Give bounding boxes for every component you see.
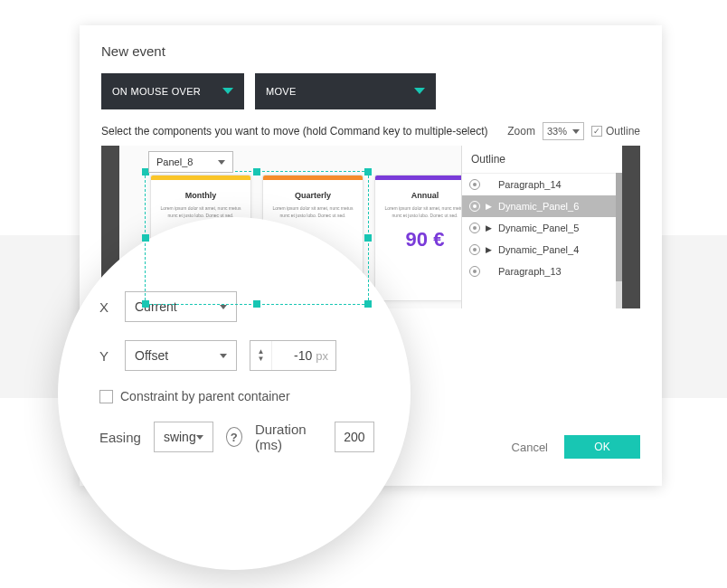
card-title: Quarterly xyxy=(263,191,363,200)
card-price: 90 € xyxy=(375,228,461,251)
instruction-text: Select the components you want to move (… xyxy=(101,125,488,138)
outline-item[interactable]: Paragraph_14 xyxy=(462,174,622,195)
x-label: X xyxy=(99,299,112,315)
scrollbar-thumb[interactable] xyxy=(616,173,622,281)
dialog-title: New event xyxy=(101,43,640,59)
chevron-right-icon[interactable]: ▶ xyxy=(486,202,493,211)
card-title: Annual xyxy=(375,191,461,200)
x-mode-value: Current xyxy=(135,299,177,314)
stage-gutter xyxy=(622,146,640,308)
outline-item-label: Dynamic_Panel_4 xyxy=(498,244,579,255)
pricing-card[interactable]: Annual Lorem ipsum dolor sit amet, nunc … xyxy=(374,175,461,301)
visibility-icon[interactable] xyxy=(469,201,480,212)
zoom-select[interactable]: 33% xyxy=(543,122,584,140)
duration-value: 200 xyxy=(344,430,364,444)
outline-item[interactable]: Paragraph_13 xyxy=(462,261,622,282)
action-dropdown[interactable]: MOVE xyxy=(255,73,436,109)
easing-select[interactable]: swing xyxy=(154,422,213,452)
constraint-checkbox[interactable] xyxy=(99,390,113,403)
zoom-lens: X Current Y Offset ▲ ▼ -10 px xyxy=(58,217,411,570)
easing-label: Easing xyxy=(99,430,141,445)
y-offset-unit: px xyxy=(316,349,335,363)
card-title: Monthly xyxy=(151,191,250,200)
y-mode-value: Offset xyxy=(135,348,168,363)
chevron-down-icon xyxy=(220,354,227,358)
outline-item[interactable]: ▶ Dynamic_Panel_5 xyxy=(462,217,622,239)
chevron-right-icon[interactable]: ▶ xyxy=(486,245,493,254)
checkbox-icon: ✓ xyxy=(591,126,602,137)
ok-button[interactable]: OK xyxy=(564,435,640,459)
help-icon[interactable]: ? xyxy=(226,427,242,447)
chevron-down-icon[interactable]: ▼ xyxy=(258,356,265,363)
visibility-icon[interactable] xyxy=(469,244,480,255)
y-offset-value: -10 xyxy=(272,348,316,363)
outline-item-label: Dynamic_Panel_6 xyxy=(498,201,579,212)
chevron-down-icon xyxy=(572,129,580,134)
card-body: Lorem ipsum dolor sit amet, nunc metus n… xyxy=(263,200,363,224)
outline-panel: Outline Paragraph_14 ▶ Dynamic_Panel_6 ▶… xyxy=(461,146,622,308)
outline-item[interactable]: ▶ Dynamic_Panel_6 xyxy=(462,195,622,217)
trigger-dropdown-label: ON MOUSE OVER xyxy=(112,86,201,97)
duration-input[interactable]: 200 xyxy=(335,422,374,452)
panel-picker-label: Panel_8 xyxy=(156,156,193,167)
action-dropdown-label: MOVE xyxy=(266,86,297,97)
outline-checkbox[interactable]: ✓ Outline xyxy=(591,125,640,138)
duration-label: Duration (ms) xyxy=(255,422,322,452)
chevron-down-icon xyxy=(414,88,425,95)
outline-item[interactable]: ▶ Dynamic_Panel_4 xyxy=(462,239,622,261)
zoom-label: Zoom xyxy=(507,125,535,138)
chevron-down-icon xyxy=(222,88,233,95)
visibility-icon[interactable] xyxy=(469,223,480,233)
visibility-icon[interactable] xyxy=(469,179,480,190)
chevron-down-icon xyxy=(220,305,227,309)
outline-item-label: Paragraph_13 xyxy=(498,266,562,277)
number-stepper[interactable]: ▲ ▼ xyxy=(250,341,272,370)
x-mode-select[interactable]: Current xyxy=(125,291,237,322)
y-label: Y xyxy=(99,348,112,364)
outline-toggle-label: Outline xyxy=(606,125,640,138)
constraint-label: Constraint by parent container xyxy=(120,389,290,403)
y-mode-select[interactable]: Offset xyxy=(125,340,237,371)
outline-item-label: Paragraph_14 xyxy=(498,179,562,190)
card-body: Lorem ipsum dolor sit amet, nunc metus n… xyxy=(375,200,461,224)
chevron-down-icon xyxy=(196,435,203,440)
trigger-dropdown[interactable]: ON MOUSE OVER xyxy=(101,73,244,109)
outline-item-label: Dynamic_Panel_5 xyxy=(498,223,579,233)
chevron-down-icon xyxy=(218,160,225,165)
panel-picker-dropdown[interactable]: Panel_8 xyxy=(148,151,233,173)
cancel-button[interactable]: Cancel xyxy=(512,441,548,454)
chevron-right-icon[interactable]: ▶ xyxy=(486,223,493,232)
easing-value: swing xyxy=(164,430,196,444)
zoom-value: 33% xyxy=(547,126,567,137)
y-offset-input[interactable]: ▲ ▼ -10 px xyxy=(250,340,336,371)
outline-heading: Outline xyxy=(462,146,622,174)
visibility-icon[interactable] xyxy=(469,266,480,277)
